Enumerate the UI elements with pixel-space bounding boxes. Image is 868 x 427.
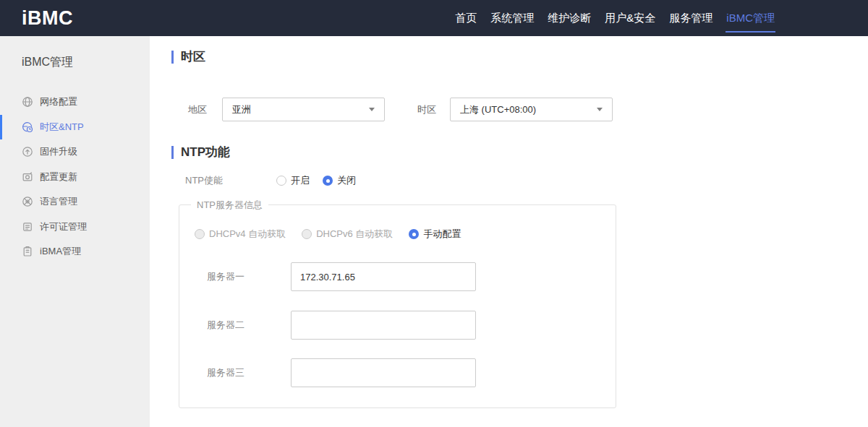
server-three-input[interactable] bbox=[291, 358, 476, 387]
language-globe-icon bbox=[22, 196, 33, 207]
ntp-server-mode-row: DHCPv4 自动获取 DHCPv6 自动获取 手动配置 bbox=[195, 228, 477, 241]
title-accent-bar bbox=[171, 51, 174, 64]
sidebar-item-label: 配置更新 bbox=[40, 171, 77, 184]
sidebar-item-label: 固件升级 bbox=[40, 145, 77, 158]
server-row: 服务器三 bbox=[207, 358, 476, 387]
config-update-icon bbox=[22, 171, 33, 183]
nav-item-home[interactable]: 首页 bbox=[454, 0, 478, 36]
sidebar-item-license[interactable]: 许可证管理 bbox=[0, 215, 150, 240]
ntp-server-group: NTP服务器信息 DHCPv4 自动获取 DHCPv6 自动获取 手动配置 服务… bbox=[179, 204, 616, 408]
sidebar-title: iBMC管理 bbox=[22, 55, 150, 70]
timezone-label: 时区 bbox=[417, 103, 436, 116]
sidebar-item-label: 网络配置 bbox=[40, 95, 77, 108]
ntp-enable-off-radio[interactable]: 关闭 bbox=[323, 174, 356, 187]
ibma-clipboard-icon bbox=[22, 246, 33, 257]
ntp-section-title: NTP功能 bbox=[171, 144, 230, 160]
ntp-enable-label: NTP使能 bbox=[185, 174, 276, 187]
nav-item-services[interactable]: 服务管理 bbox=[668, 0, 714, 36]
network-icon bbox=[22, 96, 33, 108]
timezone-select[interactable]: 上海 (UTC+08:00) bbox=[450, 98, 613, 121]
main-content: 时区 地区 亚洲 时区 上海 (UTC+08:00) NTP功能 NTP使能 开… bbox=[150, 36, 868, 427]
chevron-down-icon bbox=[597, 108, 603, 111]
sidebar: iBMC管理 网络配置 时区&NTP 固件升级 配置更新 bbox=[0, 36, 150, 427]
region-select[interactable]: 亚洲 bbox=[222, 98, 385, 121]
server-two-input[interactable] bbox=[291, 311, 476, 340]
section-title-text: NTP功能 bbox=[181, 144, 230, 160]
radio-selected-icon bbox=[323, 176, 333, 186]
server-row: 服务器一 bbox=[207, 262, 476, 291]
nav-item-maintenance[interactable]: 维护诊断 bbox=[546, 0, 592, 36]
sidebar-item-firmware-upgrade[interactable]: 固件升级 bbox=[0, 139, 150, 165]
ntp-enable-row: NTP使能 开启 关闭 bbox=[185, 175, 369, 186]
dhcpv4-auto-radio: DHCPv4 自动获取 bbox=[195, 228, 286, 241]
nav-item-system[interactable]: 系统管理 bbox=[489, 0, 535, 36]
header: iBMC 首页 系统管理 维护诊断 用户&安全 服务管理 iBMC管理 bbox=[0, 0, 868, 36]
top-nav: 首页 系统管理 维护诊断 用户&安全 服务管理 iBMC管理 bbox=[454, 0, 776, 36]
timezone-clock-icon bbox=[22, 121, 33, 133]
sidebar-item-config-update[interactable]: 配置更新 bbox=[0, 165, 150, 190]
section-title-text: 时区 bbox=[181, 48, 205, 65]
radio-disabled-icon bbox=[302, 229, 312, 239]
sidebar-item-ibma[interactable]: iBMA管理 bbox=[0, 239, 150, 264]
server-two-label: 服务器二 bbox=[207, 319, 291, 332]
region-select-value: 亚洲 bbox=[232, 103, 251, 116]
chevron-down-icon bbox=[369, 108, 375, 111]
radio-selected-icon bbox=[409, 229, 419, 239]
firmware-upload-icon bbox=[22, 146, 33, 158]
sidebar-item-network-config[interactable]: 网络配置 bbox=[0, 90, 150, 115]
dhcpv6-auto-radio: DHCPv6 自动获取 bbox=[302, 228, 393, 241]
sidebar-item-label: iBMA管理 bbox=[40, 245, 81, 258]
sidebar-item-label: 许可证管理 bbox=[40, 220, 87, 233]
region-label: 地区 bbox=[188, 103, 207, 116]
ntp-server-group-legend: NTP服务器信息 bbox=[191, 199, 268, 212]
radio-unselected-icon bbox=[276, 176, 286, 186]
sidebar-item-language[interactable]: 语言管理 bbox=[0, 189, 150, 215]
sidebar-item-timezone-ntp[interactable]: 时区&NTP bbox=[0, 115, 150, 140]
server-one-input[interactable] bbox=[291, 262, 476, 291]
server-three-label: 服务器三 bbox=[207, 366, 291, 379]
server-row: 服务器二 bbox=[207, 311, 476, 340]
title-accent-bar bbox=[171, 146, 174, 159]
timezone-select-value: 上海 (UTC+08:00) bbox=[460, 103, 536, 116]
timezone-form-row: 地区 亚洲 时区 上海 (UTC+08:00) bbox=[188, 98, 613, 121]
timezone-section-title: 时区 bbox=[171, 48, 205, 65]
nav-item-ibmc-management[interactable]: iBMC管理 bbox=[725, 0, 776, 36]
ntp-enable-on-radio[interactable]: 开启 bbox=[276, 174, 310, 187]
server-one-label: 服务器一 bbox=[207, 270, 291, 283]
sidebar-menu: 网络配置 时区&NTP 固件升级 配置更新 语言管理 bbox=[0, 90, 150, 264]
sidebar-item-label: 语言管理 bbox=[40, 195, 77, 208]
app-logo: iBMC bbox=[22, 7, 73, 30]
sidebar-item-label: 时区&NTP bbox=[40, 121, 84, 134]
radio-disabled-icon bbox=[195, 229, 205, 239]
license-doc-icon bbox=[22, 221, 33, 233]
manual-config-radio[interactable]: 手动配置 bbox=[409, 228, 461, 241]
nav-item-user-security[interactable]: 用户&安全 bbox=[603, 0, 657, 36]
